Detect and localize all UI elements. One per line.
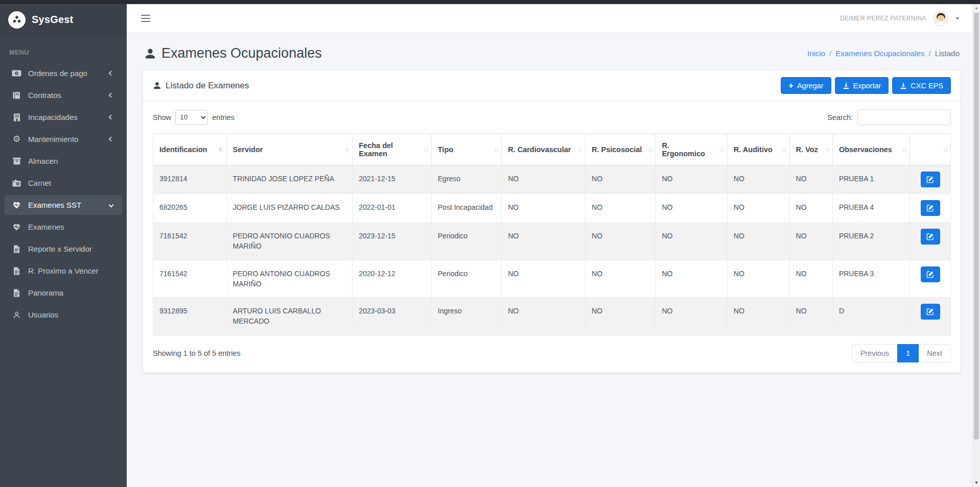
cell-r-voz: NO — [789, 165, 832, 194]
column-header-tipo[interactable]: Tipo↑↓ — [431, 134, 501, 165]
table-row: 6820265 JORGE LUIS PIZARRO CALDAS 2022-0… — [153, 194, 951, 223]
scrollbar-down-arrow-icon[interactable]: ▼ — [973, 479, 980, 486]
table-row: 7161542 PEDRO ANTONIO CUADROS MARIÑO 202… — [153, 260, 951, 298]
sidebar-item-almacen[interactable]: Almacen — [5, 151, 122, 171]
cell-r-psicosocial: NO — [586, 260, 656, 298]
sidebar-item-incapacidades[interactable]: Incapacidades — [5, 107, 122, 127]
column-header-r-cardiovascular[interactable]: R. Cardiovascular↑↓ — [502, 134, 586, 165]
file-icon — [12, 288, 21, 297]
edit-row-button[interactable] — [921, 200, 940, 216]
pencil-square-icon — [926, 233, 934, 240]
edit-row-button[interactable] — [921, 304, 940, 320]
sidebar-item-examenes-sst[interactable]: Examenes SST — [5, 195, 122, 215]
scrollbar-up-arrow-icon[interactable]: ▲ — [973, 5, 980, 12]
chevron-left-icon — [109, 137, 115, 141]
chevron-left-icon — [109, 115, 115, 119]
sidebar-item-label: Mantenimiento — [28, 135, 78, 143]
sidebar-item-usuarios[interactable]: Usuarios — [5, 305, 122, 325]
sidebar-item-r-proximo-a-vencer[interactable]: R. Proximo a Vencer — [5, 261, 122, 281]
edit-row-button[interactable] — [921, 172, 940, 187]
cell-identificacion: 7161542 — [153, 223, 227, 260]
agregar-button-label: Agregar — [797, 82, 824, 90]
pencil-square-icon — [926, 204, 934, 212]
cell-r-cardiovascular: NO — [502, 223, 586, 260]
cell-observaciones: PRUEBA 1 — [832, 165, 909, 194]
camera-icon — [12, 179, 21, 187]
menu-section-label: MENU — [0, 36, 127, 62]
sidebar-item-carnet[interactable]: Carnet — [5, 173, 122, 193]
brand-name: SysGest — [32, 14, 73, 26]
cubes-logo-icon — [8, 11, 26, 29]
money-bill-icon — [12, 69, 21, 78]
sidebar-item-panorama[interactable]: Panorama — [5, 283, 122, 303]
cell-servidor: PEDRO ANTONIO CUADROS MARIÑO — [226, 223, 353, 260]
agregar-button[interactable]: + Agregar — [781, 77, 831, 94]
sidebar-item-ordenes-de-pago[interactable]: Ordenes de pago — [5, 63, 122, 83]
cell-fecha: 2023-12-15 — [353, 223, 432, 260]
breadcrumb-link-inicio[interactable]: Inicio — [807, 49, 825, 58]
column-header-r-auditivo[interactable]: R. Auditivo↑↓ — [727, 134, 789, 165]
pencil-square-icon — [926, 271, 934, 278]
cell-r-ergonomico: NO — [656, 260, 727, 298]
vertical-scrollbar: ▲ ▼ — [972, 4, 980, 487]
sidebar-item-contratos[interactable]: Contratos — [5, 85, 122, 105]
cell-observaciones: D — [832, 298, 909, 335]
gear-icon: ⚙ — [12, 135, 21, 143]
column-header-servidor[interactable]: Servidor↑↓ — [226, 134, 353, 165]
cell-r-psicosocial: NO — [586, 223, 656, 260]
file-icon — [12, 245, 21, 253]
cell-observaciones: PRUEBA 3 — [832, 260, 909, 298]
exportar-button[interactable]: Exportar — [835, 77, 889, 94]
scrollbar-thumb[interactable] — [974, 13, 979, 440]
cell-r-voz: NO — [789, 298, 832, 335]
search-input[interactable] — [857, 109, 951, 125]
page-title-text: Examenes Ocupacionales — [161, 45, 322, 61]
page-length-select[interactable]: 10 — [175, 110, 208, 125]
breadcrumb: Inicio / Examenes Ocupacionales / Listad… — [807, 49, 960, 58]
examenes-table: Identificacion↑↓ Servidor↑↓ Fecha del Ex… — [153, 133, 951, 335]
plus-icon: + — [788, 81, 794, 90]
user-menu[interactable]: DEIMER PEREZ PATERNINA — [840, 11, 967, 27]
cell-r-psicosocial: NO — [586, 165, 656, 194]
caret-down-icon — [955, 17, 960, 20]
column-header-r-ergonomico[interactable]: R. Ergonomico↑↓ — [656, 134, 727, 165]
sidebar-item-mantenimiento[interactable]: ⚙ Mantenimiento — [5, 129, 122, 149]
sidebar: SysGest MENU Ordenes de pago Contratos I… — [0, 4, 127, 487]
sort-icon: ↑↓ — [825, 146, 829, 153]
user-icon — [12, 310, 21, 319]
pagination-page-1-button[interactable]: 1 — [897, 344, 919, 362]
edit-row-button[interactable] — [921, 266, 940, 282]
column-header-actions[interactable]: ↑↓ — [910, 134, 951, 165]
chevron-left-icon — [109, 93, 115, 97]
sidebar-item-examenes[interactable]: Examenes — [5, 217, 122, 237]
cell-identificacion: 6820265 — [153, 194, 227, 223]
column-header-r-psicosocial[interactable]: R. Psicosocial↑↓ — [586, 134, 656, 165]
sort-icon: ↑↓ — [424, 146, 428, 153]
cell-servidor: PEDRO ANTONIO CUADROS MARIÑO — [226, 260, 353, 298]
column-header-r-voz[interactable]: R. Voz↑↓ — [789, 134, 832, 165]
cell-tipo: Post Incapacidad — [431, 194, 501, 223]
sidebar-item-reporte-x-servidor[interactable]: Reporte x Servidor — [5, 239, 122, 259]
brand-link[interactable]: SysGest — [0, 4, 127, 36]
breadcrumb-link-examenes-ocupacionales[interactable]: Examenes Ocupacionales — [835, 49, 924, 58]
pagination-next-button[interactable]: Next — [918, 344, 951, 362]
sidebar-item-label: Carnet — [28, 179, 51, 187]
column-header-observaciones[interactable]: Observaciones↑↓ — [832, 134, 909, 165]
sort-icon: ↑↓ — [494, 146, 498, 153]
file-icon — [12, 266, 21, 275]
sidebar-item-label: Usuarios — [28, 310, 58, 319]
column-header-identificacion[interactable]: Identificacion↑↓ — [153, 134, 227, 165]
person-icon — [144, 47, 156, 60]
cell-r-cardiovascular: NO — [502, 165, 586, 194]
edit-row-button[interactable] — [921, 229, 940, 245]
cxc-eps-button[interactable]: CXC EPS — [892, 77, 951, 94]
sidebar-item-label: Incapacidades — [28, 113, 78, 121]
column-header-fecha-del-examen[interactable]: Fecha del Examen↑↓ — [353, 134, 432, 165]
user-avatar — [933, 11, 949, 27]
cell-r-auditivo: NO — [727, 165, 789, 194]
breadcrumb-separator: / — [829, 49, 831, 58]
cell-r-auditivo: NO — [727, 298, 789, 335]
person-icon — [153, 81, 161, 90]
pagination-previous-button[interactable]: Previous — [852, 344, 898, 362]
sidebar-toggle-button[interactable] — [139, 12, 152, 26]
